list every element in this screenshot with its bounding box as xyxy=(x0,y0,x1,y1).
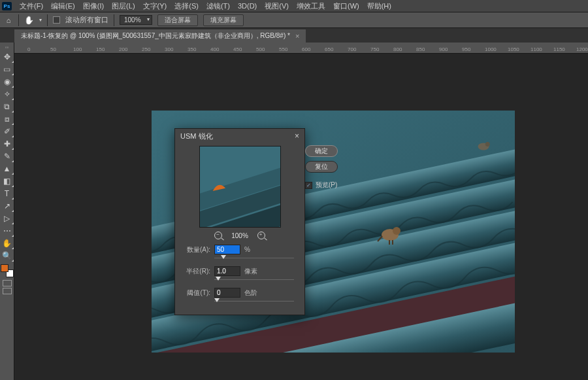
svg-rect-9 xyxy=(389,240,390,245)
scroll-all-label: 滚动所有窗口 xyxy=(65,15,108,25)
menu-3d[interactable]: 3D(D) xyxy=(234,1,261,11)
close-icon[interactable]: × xyxy=(295,32,299,40)
screen-mode-icons[interactable] xyxy=(0,280,14,294)
menu-type[interactable]: 文字(Y) xyxy=(139,0,171,12)
ruler-tick: 950 xyxy=(462,46,470,52)
ruler-tick: 50 xyxy=(50,46,56,52)
amount-unit: % xyxy=(244,246,250,253)
ruler-tick: 850 xyxy=(416,46,425,52)
menu-edit[interactable]: 编辑(E) xyxy=(47,0,79,12)
amount-input[interactable] xyxy=(214,245,240,254)
app-icon: Ps xyxy=(2,2,12,10)
preview-thumbnail[interactable] xyxy=(199,146,281,228)
ruler-tick: 750 xyxy=(370,46,379,52)
tool-path[interactable]: ↗ xyxy=(1,200,14,212)
ruler-tick: 450 xyxy=(233,46,242,52)
menu-select[interactable]: 选择(S) xyxy=(171,0,203,12)
hand-tool-icon[interactable] xyxy=(24,16,34,25)
usm-sharpen-dialog: USM 锐化 × xyxy=(174,128,305,315)
menu-view[interactable]: 视图(V) xyxy=(261,0,293,12)
radius-label: 半径(R): xyxy=(182,267,210,276)
ruler-tick: 400 xyxy=(210,46,219,52)
tool-frame[interactable]: ⧈ xyxy=(1,113,14,125)
ruler-tick: 300 xyxy=(165,46,173,52)
toolbar-grip[interactable]: ◦◦ xyxy=(0,44,14,51)
tool-magic-wand[interactable]: ✧ xyxy=(1,88,14,100)
menu-layer[interactable]: 图层(L) xyxy=(108,0,139,12)
menu-filter[interactable]: 滤镜(T) xyxy=(203,0,234,12)
ruler-tick: 1050 xyxy=(508,46,519,52)
threshold-label: 阈值(T): xyxy=(182,288,210,298)
tool-healing[interactable]: ✚ xyxy=(1,138,14,150)
threshold-slider[interactable] xyxy=(182,299,298,304)
document-tab[interactable]: 未标题-1-恢复的 @ 100% (摄图网_500631557_中国元素寂静建筑… xyxy=(14,29,306,43)
tool-move[interactable]: ✥ xyxy=(1,51,14,63)
preview-checkbox[interactable]: ✓ xyxy=(305,182,312,189)
tool-brush[interactable]: ✎ xyxy=(1,150,14,162)
zoom-in-icon[interactable]: + xyxy=(257,232,265,239)
ruler-tick: 500 xyxy=(256,46,265,52)
tool-zoom[interactable]: 🔍 xyxy=(1,250,14,262)
tool-lasso[interactable]: ◉ xyxy=(1,76,14,88)
tab-title: 未标题-1-恢复的 @ 100% (摄图网_500631557_中国元素寂静建筑… xyxy=(21,31,290,41)
ruler-tick: 1000 xyxy=(485,46,497,52)
ruler-tick: 100 xyxy=(73,46,82,52)
ruler-tick: 650 xyxy=(325,46,333,52)
menu-plugins[interactable]: 增效工具 xyxy=(293,0,329,12)
ok-button[interactable]: 确定 xyxy=(305,145,338,157)
zoom-percent: 100% xyxy=(231,232,248,239)
ruler-tick: 550 xyxy=(279,46,287,52)
canvas-area[interactable]: 0501001502002503003504004505005506006507… xyxy=(14,43,588,380)
dialog-title: USM 锐化 xyxy=(180,131,213,141)
radius-input[interactable] xyxy=(214,266,240,276)
tool-dots[interactable]: ⋯ xyxy=(1,225,14,237)
options-bar: ⌂ ▾ 滚动所有窗口 100% 适合屏幕 填充屏幕 xyxy=(0,12,588,28)
document-tabbar: 未标题-1-恢复的 @ 100% (摄图网_500631557_中国元素寂静建筑… xyxy=(0,28,588,43)
ruler-tick: 1200 xyxy=(576,46,588,52)
ruler-tick: 1100 xyxy=(531,46,542,52)
tool-crop[interactable]: ⧉ xyxy=(1,101,14,112)
fit-screen-button[interactable]: 适合屏幕 xyxy=(157,14,198,26)
dialog-titlebar[interactable]: USM 锐化 × xyxy=(175,129,304,143)
tool-direct-select[interactable]: ▷ xyxy=(1,213,14,224)
menu-image[interactable]: 图像(I) xyxy=(79,0,108,12)
ruler-tick: 200 xyxy=(119,46,127,52)
zoom-dropdown[interactable]: 100% xyxy=(120,15,152,25)
svg-point-8 xyxy=(393,227,400,235)
svg-point-12 xyxy=(485,142,490,147)
ruler-tick: 350 xyxy=(188,46,196,52)
tool-marquee[interactable]: ▭ xyxy=(1,63,14,75)
ruler-tick: 0 xyxy=(27,46,30,52)
tool-hand[interactable]: ✋ xyxy=(1,237,14,249)
tool-eraser[interactable]: ◧ xyxy=(1,175,14,187)
radius-slider[interactable] xyxy=(182,277,298,283)
color-swatches[interactable] xyxy=(1,264,14,277)
tools-panel: ◦◦ ✥▭◉✧⧉⧈✐✚✎▲◧T↗▷⋯✋🔍 xyxy=(0,43,14,380)
threshold-input[interactable] xyxy=(214,288,240,298)
chevron-down-icon[interactable]: ▾ xyxy=(39,17,42,23)
amount-slider[interactable] xyxy=(182,256,298,261)
svg-rect-10 xyxy=(392,240,393,245)
ruler-tick: 600 xyxy=(302,46,310,52)
ruler-tick: 900 xyxy=(439,46,448,52)
reset-button[interactable]: 复位 xyxy=(305,161,338,173)
foreground-color-swatch[interactable] xyxy=(1,264,8,272)
ruler-tick: 1150 xyxy=(553,46,565,52)
close-icon[interactable]: × xyxy=(295,131,299,141)
fill-screen-button[interactable]: 填充屏幕 xyxy=(203,14,244,26)
tool-type[interactable]: T xyxy=(1,188,14,199)
zoom-out-icon[interactable]: − xyxy=(214,232,222,239)
home-icon[interactable]: ⌂ xyxy=(4,16,13,25)
preview-label: 预览(P) xyxy=(316,181,337,190)
threshold-unit: 色阶 xyxy=(244,288,257,298)
scroll-all-checkbox[interactable] xyxy=(53,16,60,24)
tool-stamp[interactable]: ▲ xyxy=(1,163,14,175)
ruler-tick: 700 xyxy=(348,46,356,52)
amount-label: 数量(A): xyxy=(182,245,210,254)
menu-window[interactable]: 窗口(W) xyxy=(329,0,363,12)
ruler-tick: 800 xyxy=(393,46,402,52)
menu-help[interactable]: 帮助(H) xyxy=(363,0,395,12)
tool-eyedropper[interactable]: ✐ xyxy=(1,126,14,137)
ruler-horizontal: 0501001502002503003504004505005506006507… xyxy=(14,43,588,54)
menu-file[interactable]: 文件(F) xyxy=(16,0,47,12)
